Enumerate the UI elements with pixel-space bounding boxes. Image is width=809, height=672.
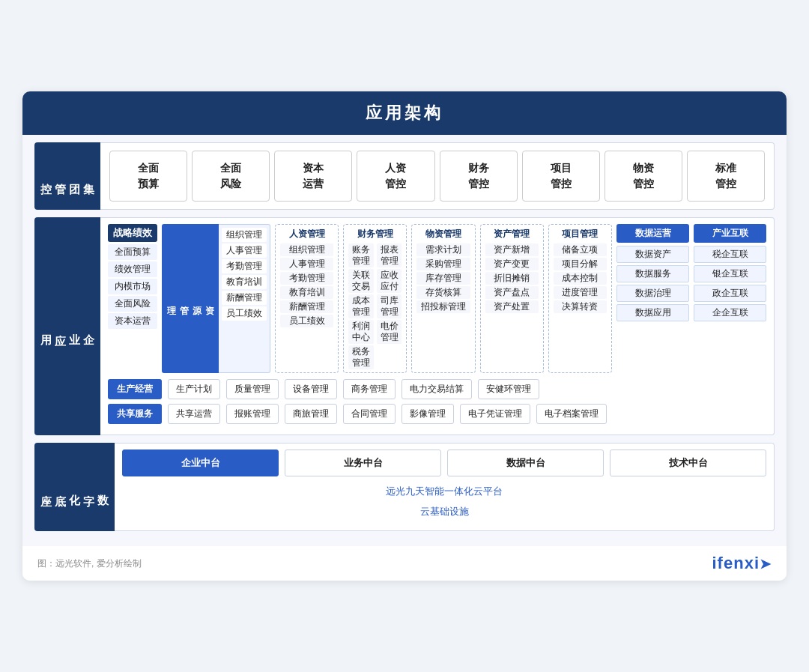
ziyuan-item-5: 薪酬管理 [222, 291, 267, 305]
caiwu-col2: 报表管理 应收应付 司库管理 电价管理 [377, 243, 402, 369]
digital-platforms-row: 企业中台 业务中台 数据中台 技术中台 [122, 449, 766, 476]
caiwu-col1: 账务管理 关联交易 成本管理 利润中心 税务管理 [348, 243, 374, 369]
renzi-block: 人资管理 组织管理 人事管理 考勤管理 教育培训 薪酬管理 员工绩效 [275, 224, 339, 373]
digital-link1-row: 远光九天智能一体化云平台 [122, 484, 766, 498]
production-label: 生产经营 [108, 379, 162, 399]
wuzi-item-1: 需求计划 [416, 243, 470, 256]
zichan-item-4: 资产盘点 [485, 286, 539, 299]
wuzi-items: 需求计划 采购管理 库存管理 存货核算 招投标管理 [416, 243, 470, 313]
logo-text: if [712, 554, 724, 572]
caiwu-block: 财务管理 账务管理 关联交易 成本管理 利润中心 税务管理 报表管理 [343, 224, 407, 373]
caiwu-c1-4: 利润中心 [348, 320, 374, 344]
xiangmu-item-2: 项目分解 [554, 258, 607, 270]
main-content: 集团管控 全面预算 全面风险 资本运营 人资管控 财务管控 项目管控 物资管控 … [22, 135, 787, 546]
digital-link2[interactable]: 云基础设施 [420, 506, 469, 517]
ziyuan-item-4: 教育培训 [222, 275, 267, 289]
zhanlue-items: 全面预算 绩效管理 内模市场 全面风险 资本运营 [108, 244, 157, 329]
ziyuan-item-1: 组织管理 [222, 228, 267, 242]
caiwu-c2-2: 应收应付 [377, 269, 402, 293]
caiwu-c1-3: 成本管理 [348, 294, 374, 318]
logo-text-3: xi [745, 554, 760, 572]
jituan-item-6: 项目管控 [522, 151, 600, 202]
caiwu-title: 财务管理 [348, 228, 402, 240]
industry-col: 产业互联 税企互联 银企互联 政企互联 企企互联 [694, 224, 766, 373]
data-ops-items: 数据资产 数据服务 数据治理 数据应用 [616, 246, 689, 321]
digital-content: 企业中台 业务中台 数据中台 技术中台 远光九天智能一体化云平台 云基础设施 [115, 443, 775, 531]
platform-qiye: 企业中台 [122, 449, 279, 476]
digital-section: 数字化底座 企业中台 业务中台 数据中台 技术中台 远光九天智能一体化云平台 云… [34, 443, 775, 531]
caiwu-c2-3: 司库管理 [377, 294, 402, 318]
renzi-item-4: 教育培训 [280, 286, 333, 299]
zhanlue-item-4: 全面风险 [108, 296, 157, 312]
industry-item-4: 企企互联 [694, 304, 766, 321]
industry-item-1: 税企互联 [694, 246, 766, 263]
qiye-top-row: 战略绩效 全面预算 绩效管理 内模市场 全面风险 资本运营 资源管理 [108, 224, 766, 373]
logo-text-2: en [724, 554, 745, 572]
production-item-3: 设备管理 [285, 379, 337, 399]
page-title: 应用架构 [22, 91, 787, 135]
renzi-item-5: 薪酬管理 [280, 300, 333, 313]
zhanlue-label: 战略绩效 [108, 224, 157, 242]
xiangmu-title: 项目管理 [554, 228, 607, 240]
wuzi-item-3: 库存管理 [416, 272, 470, 285]
jituan-item-5: 财务管控 [440, 151, 518, 202]
zhanlue-block: 战略绩效 全面预算 绩效管理 内模市场 全面风险 资本运营 [108, 224, 157, 373]
industry-title: 产业互联 [694, 224, 766, 243]
zichan-item-3: 折旧摊销 [485, 272, 539, 285]
zhanlue-item-1: 全面预算 [108, 244, 157, 260]
caiwu-c1-2: 关联交易 [348, 269, 374, 293]
jituan-item-8: 标准管控 [687, 151, 765, 202]
production-item-5: 电力交易结算 [402, 379, 472, 399]
data-ops-item-4: 数据应用 [616, 304, 689, 321]
production-item-4: 商务管理 [343, 379, 396, 399]
caiwu-c2-4: 电价管理 [377, 320, 402, 344]
data-ops-item-3: 数据治理 [616, 285, 689, 302]
shared-item-5: 影像管理 [402, 404, 454, 424]
jituan-item-4: 人资管控 [357, 151, 434, 202]
ziyuan-item-2: 人事管理 [222, 243, 267, 258]
shared-item-7: 电子档案管理 [536, 404, 607, 424]
right-blocks: 数据运营 数据资产 数据服务 数据治理 数据应用 产业互联 税企互联 [616, 224, 766, 373]
wuzi-title: 物资管理 [416, 228, 470, 240]
xiangmu-item-4: 进度管理 [554, 286, 607, 299]
xiangmu-item-1: 储备立项 [554, 243, 607, 256]
zhanlue-item-3: 内模市场 [108, 279, 157, 294]
qiye-content: 战略绩效 全面预算 绩效管理 内模市场 全面风险 资本运营 资源管理 [100, 217, 775, 435]
renzi-item-2: 人事管理 [280, 258, 333, 270]
jituan-content: 全面预算 全面风险 资本运营 人资管控 财务管控 项目管控 物资管控 标准管控 [100, 142, 775, 210]
zichan-title: 资产管理 [485, 228, 539, 240]
main-card: 应用架构 集团管控 全面预算 全面风险 资本运营 人资管控 财务管控 项目管控 … [22, 91, 787, 581]
zichan-item-5: 资产处置 [485, 300, 539, 313]
footer: 图：远光软件, 爱分析绘制 ifenxi➤ [22, 546, 787, 581]
digital-link1[interactable]: 远光九天智能一体化云平台 [386, 485, 503, 497]
caiwu-c2-1: 报表管理 [377, 243, 402, 267]
data-ops-item-2: 数据服务 [616, 265, 689, 282]
xiangmu-block: 项目管理 储备立项 项目分解 成本控制 进度管理 决算转资 [548, 224, 612, 373]
ziyuan-item-3: 考勤管理 [222, 259, 267, 273]
caiwu-cols: 账务管理 关联交易 成本管理 利润中心 税务管理 报表管理 应收应付 司库管理 … [348, 243, 402, 369]
ziyuan-item-6: 员工绩效 [222, 306, 267, 321]
data-ops-item-1: 数据资产 [616, 246, 689, 263]
footer-logo: ifenxi➤ [712, 554, 772, 573]
industry-items: 税企互联 银企互联 政企互联 企企互联 [694, 246, 766, 321]
footer-source: 图：远光软件, 爱分析绘制 [37, 557, 142, 570]
shared-item-2: 报账管理 [226, 404, 279, 424]
shared-item-4: 合同管理 [343, 404, 396, 424]
production-row: 生产经营 生产计划 质量管理 设备管理 商务管理 电力交易结算 安健环管理 [108, 379, 766, 399]
digital-label: 数字化底座 [34, 443, 115, 531]
platform-yewu: 业务中台 [285, 449, 441, 476]
zichan-block: 资产管理 资产新增 资产变更 折旧摊销 资产盘点 资产处置 [480, 224, 544, 373]
renzi-item-1: 组织管理 [280, 243, 333, 256]
industry-item-2: 银企互联 [694, 265, 766, 282]
caiwu-c1-1: 账务管理 [348, 243, 374, 267]
wuzi-item-2: 采购管理 [416, 258, 470, 270]
wuzi-block: 物资管理 需求计划 采购管理 库存管理 存货核算 招投标管理 [411, 224, 475, 373]
caiwu-c1-5: 税务管理 [348, 345, 374, 369]
production-item-2: 质量管理 [226, 379, 279, 399]
logo-arrow: ➤ [760, 557, 772, 572]
jituan-items-row: 全面预算 全面风险 资本运营 人资管控 财务管控 项目管控 物资管控 标准管控 [109, 151, 765, 202]
production-item-1: 生产计划 [168, 379, 220, 399]
xiangmu-item-5: 决算转资 [554, 300, 607, 313]
jituan-item-3: 资本运营 [274, 151, 352, 202]
xiangmu-items: 储备立项 项目分解 成本控制 进度管理 决算转资 [554, 243, 607, 313]
